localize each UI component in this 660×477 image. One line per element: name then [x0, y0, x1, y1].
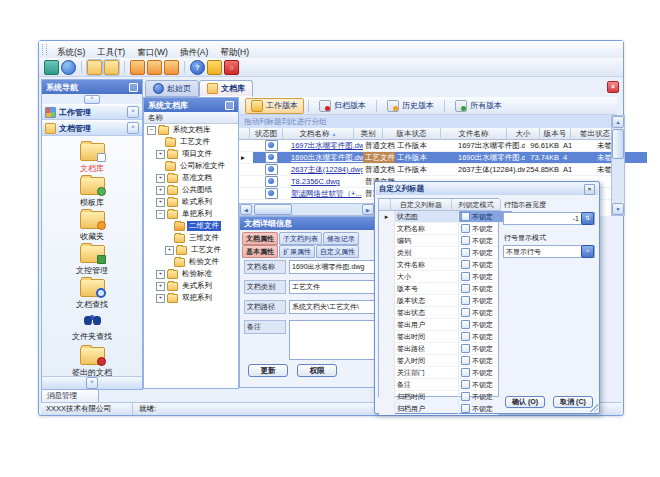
dialog-column-row[interactable]: 归档时间不锁定 [379, 391, 498, 403]
checkbox-unchecked-icon[interactable] [461, 332, 470, 341]
table-row[interactable]: 2637主体(12284).dwg普通文档工作版本2637主体(12284).d… [239, 164, 611, 176]
checkbox-unchecked-icon[interactable] [461, 344, 470, 353]
lock-mode-cell[interactable]: 不锁定 [459, 379, 512, 390]
lock-mode-cell[interactable]: 不锁定 [459, 319, 512, 330]
dialog-column-row[interactable]: 签出用户不锁定 [379, 319, 498, 331]
dialog-column-row[interactable]: 签出状态不锁定 [379, 307, 498, 319]
dialog-column-row[interactable]: 归档用户不锁定 [379, 403, 498, 415]
column-header-状态图[interactable]: 状态图 [250, 128, 283, 140]
doc-settings-icon[interactable] [147, 60, 162, 75]
nav-item-0[interactable]: 文档库 [42, 141, 142, 175]
scroll-up-icon[interactable]: ▲ [612, 116, 624, 128]
indicator-width-spinner[interactable]: -1 ⇅ [503, 212, 595, 225]
expand-icon[interactable]: + [156, 294, 165, 303]
checkbox-unchecked-icon[interactable] [461, 404, 470, 413]
tree-node[interactable]: +检验标准 [144, 268, 238, 280]
detail-tab-修改记录[interactable]: 修改记录 [323, 232, 359, 245]
checkbox-unchecked-icon[interactable] [461, 320, 470, 329]
checkbox-unchecked-icon[interactable] [461, 260, 470, 269]
tree-node[interactable]: 检验文件 [144, 256, 238, 268]
version-button-3[interactable]: 所有版本 [449, 98, 508, 114]
table-row[interactable]: ▸1690出水嘴零件图.dwg工艺文件工作版本1690出水嘴零件图.dwg73.… [239, 152, 611, 164]
chevron-up-icon[interactable]: ˄ [127, 122, 139, 134]
dialog-column-row[interactable]: 编码不锁定 [379, 235, 498, 247]
collapse-up-icon[interactable]: ˄ [84, 95, 100, 104]
lock-mode-header[interactable]: 列锁定模式 [452, 199, 501, 211]
lock-icon[interactable] [207, 60, 222, 75]
checkbox-unchecked-icon[interactable] [461, 296, 470, 305]
scroll-right-icon[interactable]: ▶ [362, 204, 374, 215]
column-header-大小[interactable]: 大小 [507, 128, 540, 140]
dialog-column-row[interactable]: 类别不锁定 [379, 247, 498, 259]
detail-tab-扩展属性[interactable]: 扩展属性 [279, 245, 315, 258]
vertical-scrollbar[interactable]: ▲ ▼ [611, 115, 625, 216]
detail-tab-基本属性[interactable]: 基本属性 [242, 245, 278, 258]
scrollbar-thumb[interactable] [612, 129, 624, 159]
tab-文档库[interactable]: 文档库 [199, 80, 253, 97]
expand-icon[interactable]: + [156, 186, 165, 195]
lock-mode-cell[interactable]: 不锁定 [459, 271, 512, 282]
column-title-header[interactable]: 自定义列标题 [391, 199, 452, 211]
spinner-updown-icon[interactable]: ⇅ [581, 212, 594, 225]
tab-close-button[interactable]: × [607, 81, 619, 93]
expand-icon[interactable]: + [156, 174, 165, 183]
dialog-column-row[interactable]: 文件名称不锁定 [379, 259, 498, 271]
remark-textarea[interactable] [289, 320, 376, 360]
dialog-column-row[interactable]: ▸状态图不锁定 [379, 211, 498, 223]
column-header-类别[interactable]: 类别 [354, 128, 383, 140]
doc-send-icon[interactable] [164, 60, 179, 75]
nav-item-2[interactable]: 收藏夹 [42, 209, 142, 243]
scroll-down-icon[interactable]: ▼ [612, 203, 624, 215]
lock-mode-cell[interactable]: 不锁定 [459, 331, 512, 342]
lock-mode-cell[interactable]: 不锁定 [459, 367, 512, 378]
row-number-mode-select[interactable]: 不显示行号 ˅ [503, 245, 595, 258]
tree-node[interactable]: −系统文档库 [144, 124, 238, 136]
chevron-down-icon[interactable]: ˅ [127, 106, 139, 118]
update-button[interactable]: 更新 [248, 364, 288, 377]
pin-icon[interactable] [129, 83, 138, 92]
checkbox-unchecked-icon[interactable] [461, 308, 470, 317]
nav-group-work[interactable]: 工作管理 ˅ [42, 104, 142, 120]
tree-node[interactable]: +美式系列 [144, 280, 238, 292]
folder-view-icon[interactable] [104, 60, 119, 75]
menu-item-3[interactable]: 插件(A) [174, 45, 214, 59]
tree-node[interactable]: +项目文件 [144, 148, 238, 160]
dialog-close-icon[interactable]: × [584, 184, 595, 195]
document-name-link[interactable]: 1690出水嘴零件图.dwg [289, 152, 363, 163]
detail-tab-子文档列表[interactable]: 子文档列表 [279, 232, 322, 245]
stop-icon[interactable]: ○ [224, 60, 239, 75]
collapse-icon[interactable]: − [156, 210, 165, 219]
checkbox-unchecked-icon[interactable] [461, 236, 470, 245]
permission-button[interactable]: 权限 [297, 364, 337, 377]
version-button-1[interactable]: 归档版本 [313, 98, 372, 114]
checkbox-unchecked-icon[interactable] [461, 368, 470, 377]
help-icon[interactable]: ? [190, 60, 205, 75]
menu-item-4[interactable]: 帮助(H) [214, 45, 255, 59]
menu-item-2[interactable]: 窗口(W) [131, 45, 174, 59]
document-name-link[interactable]: 2637主体(12284).dwg [289, 164, 363, 175]
resize-grip[interactable] [590, 404, 598, 412]
tab-起始页[interactable]: 起始页 [145, 80, 199, 97]
table-icon[interactable] [44, 60, 59, 75]
tree-node[interactable]: +工艺文件 [144, 244, 238, 256]
globe-icon[interactable] [61, 60, 76, 75]
cancel-button[interactable]: 取消 (C) [553, 396, 593, 408]
field-value-input[interactable]: 工艺文件 [289, 280, 376, 294]
checkbox-unchecked-icon[interactable] [461, 356, 470, 365]
column-header-文档名称[interactable]: 文档名称▲ [283, 128, 354, 140]
document-name-link[interactable]: 塑滤网络丝软管（+... [289, 188, 363, 199]
checkbox-unchecked-icon[interactable] [461, 272, 470, 281]
message-management-tab[interactable]: 消息管理 [41, 389, 99, 402]
column-header-文件名称[interactable]: 文件名称 [441, 128, 507, 140]
detail-tab-自定义属性[interactable]: 自定义属性 [316, 245, 359, 258]
document-name-link[interactable]: 1697出水嘴零件图.dwg [289, 140, 363, 151]
menu-item-1[interactable]: 工具(T) [91, 45, 131, 59]
tree-node[interactable]: +基准文档 [144, 172, 238, 184]
field-value-input[interactable]: 系统文档夹\工艺文件\ [289, 300, 376, 314]
horizontal-scrollbar[interactable]: ◀ ▶ [239, 203, 375, 216]
checkbox-unchecked-icon[interactable] [461, 284, 470, 293]
lock-mode-cell[interactable]: 不锁定 [459, 343, 512, 354]
open-folder-icon[interactable] [87, 60, 102, 75]
version-button-2[interactable]: 历史版本 [381, 98, 440, 114]
dialog-column-row[interactable]: 签入时间不锁定 [379, 355, 498, 367]
